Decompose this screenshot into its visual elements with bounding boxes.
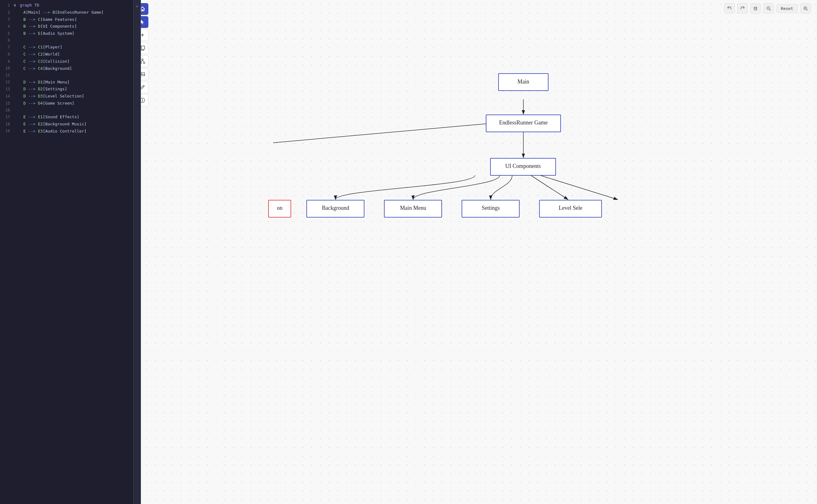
edge-d-d3 [531,175,568,200]
code-token: C4 [35,65,43,72]
code-line-15: 15 D --> D4[Game Screen] [0,100,133,107]
node-partial-left[interactable]: on [269,200,291,217]
code-token: [Level Selection] [43,93,84,100]
node-settings[interactable]: Settings [462,200,519,217]
code-token [26,79,28,86]
code-token [14,16,23,23]
code-token: [Audio System] [40,30,74,37]
zoom-in-icon [803,6,808,11]
code-token: E1 [35,114,43,120]
code-token [26,16,28,23]
line-number: 5 [0,31,10,37]
collapse-icon: « [136,4,138,9]
node-level-selection[interactable]: Level Sele [539,200,602,217]
node-ui-components[interactable]: UI Components [490,158,556,175]
code-token: A [23,9,26,16]
code-token: --> [28,51,35,58]
code-token: E [23,128,26,135]
code-token: E [35,30,40,37]
code-token: --> [28,65,35,72]
collapse-panel-button[interactable]: « [133,0,141,504]
code-token [26,65,28,72]
add-icon: + [141,32,144,39]
edge-d-c4 [336,175,475,200]
code-token: C [23,58,26,65]
line-number: 17 [0,114,10,120]
line-number: 13 [0,86,10,92]
svg-point-5 [143,62,145,64]
node-background[interactable]: Background [307,200,364,217]
code-line-6: 6 [0,37,133,44]
code-token: C [23,51,26,58]
code-token: D1 [35,79,43,86]
code-token: D2 [35,86,43,92]
code-token: D [23,86,26,92]
code-token [26,23,28,30]
code-token [14,128,23,135]
code-token [26,30,28,37]
code-token: --> [28,121,35,128]
code-token: D [23,79,26,86]
line-number: 9 [0,59,10,65]
svg-rect-2 [141,46,145,49]
node-main-menu[interactable]: Main Menu [384,200,442,217]
code-line-11: 11 [0,72,133,79]
code-token: D4 [35,100,43,107]
svg-line-16 [770,9,770,10]
edge-d-d1 [413,175,500,200]
code-line-5: 5 B --> E[Audio System] [0,30,133,37]
code-token [26,51,28,58]
code-token: [Settings] [43,86,67,92]
code-line-4: 4 B --> D[UI Components] [0,23,133,30]
code-token: [Audio Controller] [43,128,87,135]
undo-button[interactable] [724,3,735,14]
node-ui-components-label: UI Components [505,163,541,169]
zoom-out-button[interactable] [763,3,774,14]
node-settings-label: Settings [482,205,500,211]
code-token: --> [28,16,35,23]
code-token: C2 [35,51,43,58]
code-token [26,114,28,120]
code-token [26,86,28,92]
pan-button[interactable] [750,3,761,14]
code-token: E [23,114,26,120]
code-token: [EndlessRunner Game] [55,9,104,16]
line-number: 16 [0,107,10,113]
code-token: --> [28,44,35,51]
code-token [26,44,28,51]
node-endlessrunner[interactable]: EndlessRunner Game [486,115,561,132]
code-token [26,128,28,135]
code-token: [Game Screen] [43,100,74,107]
code-token: B [23,16,26,23]
node-main-menu-label: Main Menu [400,205,427,211]
diagram-top-toolbar: Reset [724,3,811,14]
reset-button[interactable]: Reset [776,4,798,13]
code-token: [Collision] [43,58,70,65]
code-token: TD [34,2,39,9]
line-number: 15 [0,101,10,106]
code-token: --> [43,9,50,16]
code-token: D [35,23,40,30]
collapse-toggle[interactable]: ∨ [14,2,19,9]
code-token: [UI Components] [40,23,77,30]
code-line-9: 9 C --> C3[Collision] [0,58,133,65]
code-token [14,79,23,86]
code-line-3: 3 B --> C[Game Features] [0,16,133,23]
code-line-17: 17 E --> E1[Sound Effects] [0,114,133,121]
svg-rect-0 [142,9,143,11]
code-line-1: 1∨ graph TD [0,2,133,9]
code-token [14,58,23,65]
node-main[interactable]: Main [499,74,548,91]
code-line-16: 16 [0,107,133,114]
code-token: E2 [35,121,43,128]
line-number: 7 [0,44,10,50]
code-token: D [23,100,26,107]
line-number: 2 [0,10,10,16]
diagram-area: + [133,0,817,504]
code-token [14,114,23,120]
redo-button[interactable] [737,3,748,14]
diagram-canvas: Main EndlessRunner Game UI Components on… [133,0,817,504]
code-token: --> [28,114,35,120]
zoom-in-button[interactable] [800,3,811,14]
code-token: graph [20,2,34,9]
